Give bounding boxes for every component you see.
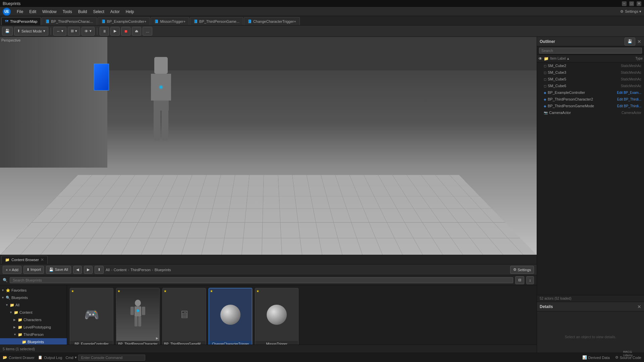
details-close-icon[interactable]: ✕	[637, 304, 641, 309]
minimize-button[interactable]: −	[622, 1, 627, 6]
close-button[interactable]: ✕	[637, 1, 641, 6]
console-command-input[interactable]	[78, 355, 145, 361]
derived-data-button[interactable]: 📊 Derived Data	[582, 355, 610, 360]
blueprint-icon-5: 📘	[248, 19, 252, 23]
play-button[interactable]: ▶	[110, 27, 120, 36]
asset-bp-examplecontroller[interactable]: 🎮 ★ BP_ExampleController Blueprint Class	[70, 288, 113, 345]
content-browser-tab[interactable]: 📁 Content Browser ✕	[1, 256, 48, 264]
transform-button[interactable]: ↔ ▾	[53, 27, 66, 36]
eject-button[interactable]: ⏏	[132, 27, 141, 36]
output-log-button[interactable]: 📋 Output Log	[38, 355, 62, 360]
tab-bar: 🗺 ThirdPersonMap 📘 BP_ThirdPersonCharac.…	[0, 16, 644, 25]
add-button[interactable]: + + Add	[3, 266, 21, 274]
cb-icon: 📁	[5, 258, 10, 262]
outliner-item-bp-examplecontroller[interactable]: ◈ BP_ExampleController Edit BP_Exam...	[537, 89, 644, 96]
cb-sidebar: ▼ ⭐ Favorites ▼ 🔍 Blueprints ▼	[0, 285, 67, 345]
outliner-save-button[interactable]: 💾	[625, 38, 635, 46]
outliner-item-sm-cube6[interactable]: ◻ SM_Cube6 StaticMeshAc	[537, 82, 644, 89]
sphere-icon-1	[220, 305, 240, 325]
filter-button[interactable]: ⊟	[515, 276, 524, 284]
separator-2	[97, 27, 97, 35]
outliner-search-input[interactable]	[539, 48, 642, 54]
tab-bp-thirdpersongame[interactable]: 📘 BP_ThirdPersonGame...	[190, 17, 243, 25]
snap-button[interactable]: ⊞ ▾	[68, 27, 80, 36]
menu-tools[interactable]: Tools	[60, 9, 75, 15]
menu-file[interactable]: File	[14, 9, 26, 15]
breadcrumb-content[interactable]: Content	[114, 268, 127, 272]
arrow-down-icon-2: ▼	[1, 296, 5, 299]
title-bar: Blueprints − □ ✕	[0, 0, 644, 7]
tree-characters[interactable]: ▶ 📁 Characters	[0, 316, 67, 323]
tree-blueprints-selected[interactable]: 📁 Blueprints	[0, 338, 67, 345]
save-button[interactable]: 💾	[2, 27, 13, 36]
cb-close-icon[interactable]: ✕	[41, 257, 44, 262]
asset-bp-thirdpersongamemode[interactable]: 🖥 ★ BP_ThirdPersonGameMode Blueprint Cla…	[162, 288, 206, 345]
nav-up-button[interactable]: ⬆	[95, 266, 104, 274]
nav-forward-button[interactable]: ▶	[84, 266, 93, 274]
search-input[interactable]	[10, 277, 513, 283]
tab-changecharactertrigger[interactable]: 📘 ChangeCharacterTrigger+	[244, 17, 300, 25]
arrow-right-icon-2: ▶	[13, 325, 17, 329]
view-button[interactable]: 👁 ▾	[82, 27, 95, 36]
content-drawer-button[interactable]: 📂 Content Drawer	[3, 355, 35, 360]
asset-changecharactertrigger[interactable]: ★ ChangeCharacterTrigger Blueprint Class	[209, 288, 252, 345]
tree-thirdperson[interactable]: ▼ 📁 ThirdPerson	[0, 331, 67, 338]
select-mode-button[interactable]: ⬆ Select Mode ▾	[14, 27, 48, 36]
tab-bp-thirdpersoncharac[interactable]: 📘 BP_ThirdPersonCharac...	[42, 17, 97, 25]
chevron-down-icon: ▾	[43, 29, 45, 33]
folder-icon-all: 📁	[10, 303, 14, 307]
asset-thumb-sphere2: ★	[255, 288, 298, 341]
sphere-icon-2	[267, 305, 287, 325]
mesh-icon-3: ◻	[544, 77, 546, 81]
favorites-header[interactable]: ▼ ⭐ Favorites	[0, 287, 67, 294]
asset-name-4: ChangeCharacterTrigger	[209, 341, 252, 345]
char-legs	[154, 111, 168, 141]
tree-content[interactable]: ▼ 📁 Content	[0, 309, 67, 316]
cursor-icon: ⬆	[17, 29, 20, 33]
outliner-item-sm-cube3[interactable]: ◻ SM_Cube3 StaticMeshAc	[537, 69, 644, 76]
menu-edit[interactable]: Edit	[26, 9, 39, 15]
viewport-area[interactable]: Perspective	[0, 37, 537, 255]
pause-button[interactable]: ⏸	[100, 27, 109, 36]
cb-settings-button[interactable]: ⚙ Settings	[510, 266, 534, 274]
menu-help[interactable]: Help	[123, 9, 137, 15]
breadcrumb-thirdperson[interactable]: ThirdPerson	[130, 268, 151, 272]
details-title: Details	[540, 304, 553, 309]
settings-button[interactable]: ⚙ Settings ▾	[620, 9, 641, 14]
menu-actor[interactable]: Actor	[108, 9, 122, 15]
outliner-item-cameraactor[interactable]: 📷 CameraActor CameraActor	[537, 109, 644, 116]
bp-icon-2: ◈	[544, 98, 546, 101]
tree-levelprototyping[interactable]: ▶ 📁 LevelPrototyping	[0, 323, 67, 331]
breadcrumb-all[interactable]: All	[106, 268, 110, 272]
asset-missontrigger[interactable]: ★ MissonTrigger Blueprint Class	[255, 288, 299, 345]
favorites-icon: ⭐	[6, 288, 10, 293]
outliner-item-bp-thirdpersoncharacter2[interactable]: ◈ BP_ThirdPersonCharacter2 Edit BP_Third…	[537, 96, 644, 103]
save-all-button[interactable]: 💾 Save All	[46, 266, 71, 274]
outliner-item-sm-cube2[interactable]: ◻ SM_Cube2 StaticMeshAc	[537, 62, 644, 69]
more-options-button[interactable]: …	[143, 27, 152, 36]
outliner-item-sm-cube5[interactable]: ◻ SM_Cube5 StaticMeshAc	[537, 76, 644, 82]
tab-missontrigger[interactable]: 📘 MissonTrigger+	[151, 17, 189, 25]
cmd-label: Cmd	[65, 356, 73, 360]
outliner-item-bp-thirdpersongamemode[interactable]: ◈ BP_ThirdPersonGameMode Edit BP_Thirdi.…	[537, 103, 644, 109]
menu-select[interactable]: Select	[90, 9, 107, 15]
breadcrumb-blueprints[interactable]: Blueprints	[155, 268, 171, 272]
stop-button[interactable]: ⏹	[121, 27, 130, 36]
sort-up-icon: ▲	[567, 57, 570, 60]
tab-bp-examplecontroller[interactable]: 📘 BP_ExampleController+	[98, 17, 150, 25]
tree-all[interactable]: ▼ 📁 All	[0, 301, 67, 309]
import-button[interactable]: ⬇ Import	[23, 266, 44, 274]
blueprints-header[interactable]: ▼ 🔍 Blueprints	[0, 294, 67, 301]
outliner-close-icon[interactable]: ✕	[637, 39, 641, 44]
menu-build[interactable]: Build	[75, 9, 90, 15]
nav-back-button[interactable]: ◀	[73, 266, 82, 274]
content-browser-section: 📁 Content Browser ✕ + + Add ⬇ Import	[0, 255, 537, 362]
floor	[0, 175, 537, 255]
menu-window[interactable]: Window	[40, 9, 59, 15]
sort-button[interactable]: ↕	[526, 276, 534, 284]
maximize-button[interactable]: □	[629, 1, 634, 6]
folder-icon-blueprints: 📁	[22, 340, 26, 344]
tab-thirdpersonmap[interactable]: 🗺 ThirdPersonMap	[1, 17, 41, 25]
char-leg-right	[162, 111, 168, 141]
asset-bp-thirdpersoncharacter[interactable]: ★ ▶ BP_ThirdPersonCharacter Blueprint Cl…	[116, 288, 160, 345]
